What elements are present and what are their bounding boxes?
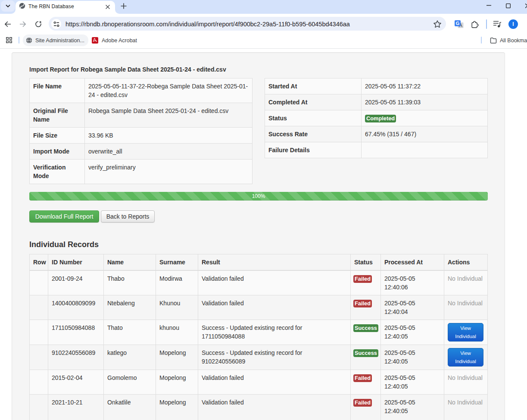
svg-text:G: G xyxy=(456,21,460,26)
